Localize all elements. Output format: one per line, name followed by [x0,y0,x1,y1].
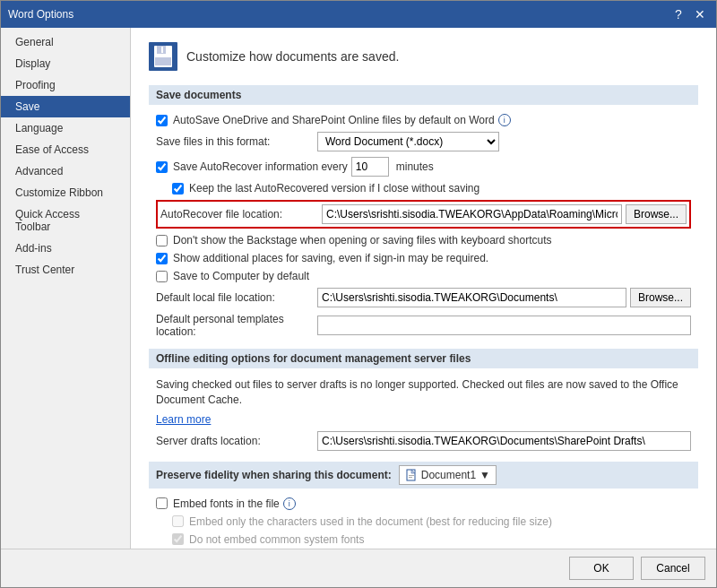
sidebar-item-save[interactable]: Save [1,96,130,117]
autorecover-suffix: minutes [396,160,434,173]
server-drafts-input[interactable]: C:\Users\srishti.sisodia.TWEAKORG\Docume… [317,431,691,451]
save-format-row: Save files in this format: Word Document… [156,132,691,151]
learn-more-link[interactable]: Learn more [156,413,211,426]
autosave-info-icon[interactable]: i [498,114,511,126]
autorecover-location-label: AutoRecover file location: [160,208,322,220]
preserve-doc-name: Document1 [421,469,476,481]
sidebar-item-add-ins[interactable]: Add-ins [1,238,130,259]
autorecover-row: Save AutoRecover information every minut… [156,157,691,177]
default-local-row: Default local file location: C:\Users\sr… [156,288,691,307]
server-drafts-label: Server drafts location: [156,435,317,447]
default-personal-label: Default personal templates location: [156,313,317,338]
show-additional-checkbox[interactable] [156,253,168,264]
svg-rect-3 [161,47,163,53]
save-to-computer-label: Save to Computer by default [173,270,309,282]
embed-fonts-row: Embed fonts in the file i [156,497,691,510]
autorecover-location-row: AutoRecover file location: C:\Users\sris… [156,200,691,229]
window-title: Word Options [8,8,73,21]
dont-show-backstage-row: Don't show the Backstage when opening or… [156,234,691,246]
preserve-doc-dropdown[interactable]: Document1 ▼ [399,465,497,485]
preserve-section-label: Preserve fidelity when sharing this docu… [156,469,392,481]
sidebar: General Display Proofing Save Language E… [1,28,131,549]
sidebar-item-trust-center[interactable]: Trust Center [1,259,130,281]
save-documents-section: AutoSave OneDrive and SharePoint Online … [149,114,698,338]
keep-last-row: Keep the last AutoRecovered version if I… [156,182,691,195]
preserve-dropdown-arrow: ▼ [479,469,490,481]
default-local-label: Default local file location: [156,291,317,304]
dont-show-backstage-checkbox[interactable] [156,235,168,246]
autorecover-label: Save AutoRecover information every [173,160,348,173]
close-button[interactable]: ✕ [691,5,709,23]
autosave-checkbox[interactable] [156,115,168,126]
embed-only-label: Embed only the characters used in the do… [189,515,552,528]
do-not-embed-checkbox[interactable] [172,533,184,545]
ok-button[interactable]: OK [569,557,634,580]
embed-only-row: Embed only the characters used in the do… [156,515,691,528]
autosave-label: AutoSave OneDrive and SharePoint Online … [173,114,495,126]
svg-rect-4 [155,57,171,65]
show-additional-label: Show additional places for saving, even … [173,252,488,264]
dont-show-backstage-label: Don't show the Backstage when opening or… [173,234,552,246]
autorecover-minutes-input[interactable] [351,157,389,177]
default-local-browse-button[interactable]: Browse... [630,288,691,307]
document-icon [405,469,418,481]
autosave-row: AutoSave OneDrive and SharePoint Online … [156,114,691,126]
save-icon [149,42,177,71]
bottom-bar: OK Cancel [1,549,716,587]
show-additional-row: Show additional places for saving, even … [156,252,691,264]
svg-rect-6 [409,475,414,476]
default-personal-row: Default personal templates location: [156,313,691,338]
default-personal-input[interactable] [317,316,691,335]
embed-fonts-label: Embed fonts in the file [173,497,280,510]
keep-last-label: Keep the last AutoRecovered version if I… [189,182,479,195]
save-format-dropdown[interactable]: Word Document (*.docx) Word 97-2003 Docu… [317,132,499,151]
save-format-label: Save files in this format: [156,135,317,148]
autorecover-browse-button[interactable]: Browse... [626,204,687,224]
preserve-section-header: Preserve fidelity when sharing this docu… [149,462,698,489]
offline-info-text: Saving checked out files to server draft… [156,377,691,408]
save-documents-section-header: Save documents [149,85,698,105]
embed-fonts-info-icon[interactable]: i [283,497,296,510]
default-local-input[interactable]: C:\Users\srishti.sisodia.TWEAKORG\Docume… [317,288,626,307]
word-options-window: Word Options ? ✕ General Display Proofin… [0,0,717,588]
sidebar-item-quick-access-toolbar[interactable]: Quick Access Toolbar [1,203,130,238]
cancel-button[interactable]: Cancel [641,557,705,580]
do-not-embed-label: Do not embed common system fonts [189,533,364,546]
save-to-computer-row: Save to Computer by default [156,270,691,282]
svg-rect-7 [409,477,412,478]
embed-fonts-checkbox[interactable] [156,497,168,509]
preserve-section: Embed fonts in the file i Embed only the… [149,497,698,546]
sidebar-item-customize-ribbon[interactable]: Customize Ribbon [1,182,130,203]
content-area: General Display Proofing Save Language E… [1,28,716,549]
sidebar-item-display[interactable]: Display [1,53,130,74]
header-row: Customize how documents are saved. [149,42,698,71]
sidebar-item-proofing[interactable]: Proofing [1,74,130,96]
header-text: Customize how documents are saved. [186,49,399,64]
title-bar-controls: ? ✕ [669,5,709,23]
help-button[interactable]: ? [669,5,687,23]
do-not-embed-row: Do not embed common system fonts [156,533,691,546]
title-bar: Word Options ? ✕ [1,1,716,28]
autorecover-location-input[interactable]: C:\Users\srishti.sisodia.TWEAKORG\AppDat… [322,204,622,224]
save-to-computer-checkbox[interactable] [156,271,168,282]
embed-only-checkbox[interactable] [172,515,184,527]
keep-last-checkbox[interactable] [172,183,184,195]
server-drafts-row: Server drafts location: C:\Users\srishti… [156,431,691,451]
sidebar-item-advanced[interactable]: Advanced [1,160,130,182]
autorecover-checkbox[interactable] [156,161,168,173]
sidebar-item-general[interactable]: General [1,31,130,53]
sidebar-item-language[interactable]: Language [1,117,130,139]
main-panel: Customize how documents are saved. Save … [131,28,716,549]
offline-section: Saving checked out files to server draft… [149,377,698,451]
offline-section-header: Offline editing options for document man… [149,349,698,368]
sidebar-item-ease-of-access[interactable]: Ease of Access [1,139,130,160]
